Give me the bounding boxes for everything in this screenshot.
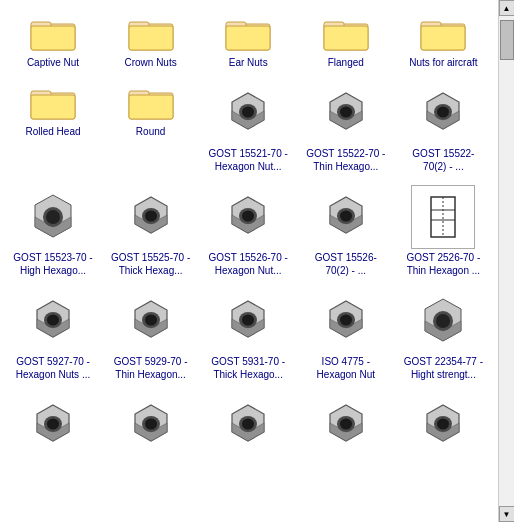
grid-item[interactable]: Captive Nut	[8, 8, 98, 73]
grid-item[interactable]: Rolled Head	[8, 77, 98, 177]
item-label: GOST 15522-70 - Thin Hexago...	[303, 147, 388, 173]
nut-icon	[411, 289, 475, 353]
grid-item[interactable]: GOST 22354-77 - Hight strengt...	[398, 285, 488, 385]
item-label: ISO 4775 - Hexagon Nut	[303, 355, 388, 381]
svg-rect-11	[324, 26, 368, 50]
nut-icon	[216, 185, 280, 249]
nut-icon	[216, 393, 280, 457]
svg-point-36	[46, 210, 60, 224]
folder-icon	[224, 12, 272, 54]
folder-icon	[322, 12, 370, 54]
svg-point-48	[340, 211, 352, 222]
grid-item[interactable]: Crown Nuts	[106, 8, 196, 73]
svg-point-60	[145, 315, 157, 326]
nut-icon	[411, 393, 475, 457]
grid-item[interactable]	[8, 389, 98, 463]
item-label: GOST 22354-77 - Hight strengt...	[401, 355, 486, 381]
item-label: GOST 5927-70 - Hexagon Nuts ...	[11, 355, 96, 381]
svg-point-40	[145, 211, 157, 222]
nut-icon	[411, 81, 475, 145]
grid-item[interactable]: GOST 15522-70 - Thin Hexago...	[301, 77, 391, 177]
folder-icon	[419, 12, 467, 54]
item-label: GOST 15526-70 - Hexagon Nut...	[206, 251, 291, 277]
scrollbar[interactable]: ▲ ▼	[498, 0, 514, 522]
svg-point-80	[145, 419, 157, 430]
nut-icon	[119, 393, 183, 457]
grid-item[interactable]	[106, 389, 196, 463]
grid-item[interactable]: Flanged	[301, 8, 391, 73]
item-label: Nuts for aircraft	[409, 56, 477, 69]
item-label: Rolled Head	[25, 125, 80, 138]
item-label: Crown Nuts	[124, 56, 176, 69]
folder-icon	[127, 12, 175, 54]
svg-rect-8	[226, 26, 270, 50]
item-label: Captive Nut	[27, 56, 79, 69]
svg-rect-2	[31, 26, 75, 50]
grid-item[interactable]: GOST 5927-70 - Hexagon Nuts ...	[8, 285, 98, 385]
grid-item[interactable]: GOST 5929-70 - Thin Hexagon...	[106, 285, 196, 385]
nut-icon	[21, 185, 85, 249]
svg-rect-5	[129, 26, 173, 50]
svg-rect-14	[421, 26, 465, 50]
item-grid: Captive Nut Crown Nuts Ear Nuts Flanged …	[8, 8, 494, 463]
grid-item[interactable]: GOST 15525-70 - Thick Hexag...	[106, 181, 196, 281]
svg-point-44	[242, 211, 254, 222]
nut-icon	[314, 185, 378, 249]
nut-diagram-icon	[411, 185, 475, 249]
item-label: GOST 15521-70 - Hexagon Nut...	[206, 147, 291, 173]
nut-icon	[119, 289, 183, 353]
svg-point-76	[47, 419, 59, 430]
svg-point-64	[242, 315, 254, 326]
item-label: Ear Nuts	[229, 56, 268, 69]
item-label: GOST 5931-70 - Thick Hexago...	[206, 355, 291, 381]
svg-rect-20	[129, 95, 173, 119]
nut-icon	[21, 393, 85, 457]
item-label: Flanged	[328, 56, 364, 69]
grid-item[interactable]: GOST 15526-70(2) - ...	[301, 181, 391, 281]
grid-item[interactable]: GOST 15526-70 - Hexagon Nut...	[203, 181, 293, 281]
folder-icon	[29, 12, 77, 54]
nut-icon	[314, 81, 378, 145]
grid-item[interactable]: ISO 4775 - Hexagon Nut	[301, 285, 391, 385]
svg-point-84	[242, 419, 254, 430]
grid-item[interactable]: GOST 2526-70 - Thin Hexagon ...	[398, 181, 488, 281]
grid-item[interactable]: GOST 15522-70(2) - ...	[398, 77, 488, 177]
item-label: GOST 5929-70 - Thin Hexagon...	[108, 355, 193, 381]
svg-point-68	[340, 315, 352, 326]
svg-point-24	[242, 107, 254, 118]
grid-item[interactable]	[301, 389, 391, 463]
scroll-up-button[interactable]: ▲	[499, 0, 515, 16]
grid-item[interactable]	[398, 389, 488, 463]
scroll-down-button[interactable]: ▼	[499, 506, 515, 522]
grid-item[interactable]: Nuts for aircraft	[398, 8, 488, 73]
grid-item[interactable]: GOST 15521-70 - Hexagon Nut...	[203, 77, 293, 177]
svg-point-28	[340, 107, 352, 118]
item-label: GOST 15523-70 - High Hexago...	[11, 251, 96, 277]
file-browser[interactable]: Captive Nut Crown Nuts Ear Nuts Flanged …	[0, 0, 498, 522]
svg-rect-17	[31, 95, 75, 119]
svg-point-92	[437, 419, 449, 430]
item-label: GOST 15526-70(2) - ...	[303, 251, 388, 277]
folder-icon	[29, 81, 77, 123]
item-label: GOST 15525-70 - Thick Hexag...	[108, 251, 193, 277]
grid-item[interactable]: GOST 5931-70 - Thick Hexago...	[203, 285, 293, 385]
grid-item[interactable]: GOST 15523-70 - High Hexago...	[8, 181, 98, 281]
svg-point-56	[47, 315, 59, 326]
scroll-track[interactable]	[499, 16, 514, 506]
svg-point-32	[437, 107, 449, 118]
folder-icon	[127, 81, 175, 123]
item-label: GOST 2526-70 - Thin Hexagon ...	[401, 251, 486, 277]
scroll-thumb[interactable]	[500, 20, 514, 60]
grid-item[interactable]	[203, 389, 293, 463]
svg-point-88	[340, 419, 352, 430]
nut-icon	[216, 81, 280, 145]
nut-icon	[216, 289, 280, 353]
nut-icon	[21, 289, 85, 353]
grid-item[interactable]: Ear Nuts	[203, 8, 293, 73]
svg-point-72	[436, 314, 450, 328]
grid-item[interactable]: Round	[106, 77, 196, 177]
item-label: GOST 15522-70(2) - ...	[401, 147, 486, 173]
nut-icon	[411, 185, 475, 249]
nut-icon	[119, 185, 183, 249]
item-label: Round	[136, 125, 165, 138]
